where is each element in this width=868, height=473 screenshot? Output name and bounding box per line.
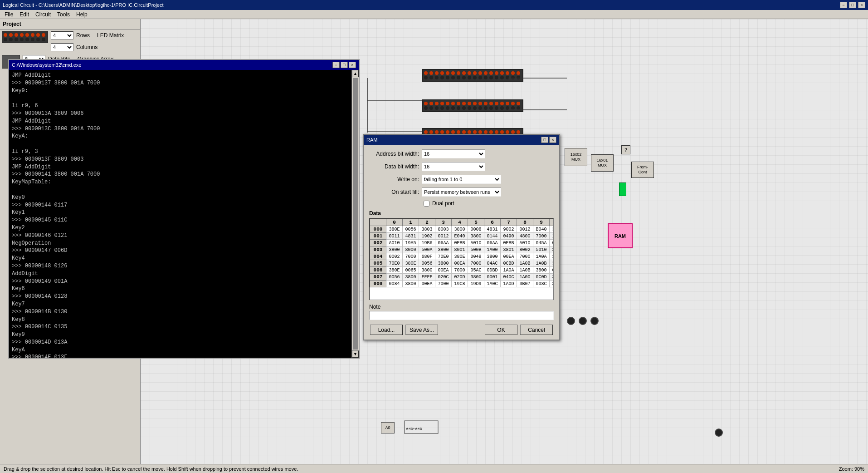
data-cell[interactable]: 0056 <box>386 274 403 281</box>
data-cell[interactable]: E040 <box>452 233 468 240</box>
data-cell[interactable]: 380E <box>386 226 403 233</box>
data-cell[interactable]: 045A <box>533 240 550 246</box>
data-cell[interactable]: 0002 <box>386 253 403 260</box>
ram-canvas-component[interactable]: RAM <box>608 223 633 248</box>
data-cell[interactable]: 0EBB <box>501 240 517 246</box>
cols-select[interactable]: 48 <box>51 43 73 51</box>
data-cell[interactable]: 1A00 <box>484 246 501 253</box>
data-cell[interactable]: 0DBD <box>484 267 501 274</box>
data-cell[interactable]: 1902 <box>419 233 435 240</box>
data-bit-width-select[interactable]: 16832 <box>422 162 485 171</box>
on-start-fill-select[interactable]: Persist memory between runs Clear on sta… <box>422 187 501 197</box>
cmd-minimize[interactable]: − <box>332 62 340 68</box>
cmd-scroll-down[interactable]: ▼ <box>352 350 359 358</box>
data-cell[interactable]: 380E <box>452 253 468 260</box>
data-cell[interactable]: 19B6 <box>419 240 435 246</box>
menu-circuit[interactable]: Circuit <box>33 10 54 19</box>
component-circle3[interactable] <box>590 317 599 325</box>
cmd-close[interactable]: × <box>349 62 356 68</box>
menu-help[interactable]: Help <box>73 10 90 19</box>
data-cell[interactable]: 3809 <box>550 226 554 233</box>
data-cell[interactable]: 0084 <box>386 281 403 287</box>
data-cell[interactable]: 4831 <box>403 233 419 240</box>
data-cell[interactable]: 00EA <box>452 260 468 267</box>
close-button[interactable]: × <box>858 2 865 8</box>
data-cell[interactable]: 0490 <box>501 233 517 240</box>
dual-port-label[interactable]: Dual port <box>432 200 454 207</box>
data-cell[interactable]: 500A <box>419 246 435 253</box>
data-cell[interactable]: 1A0B <box>550 253 554 260</box>
component-square1[interactable] <box>715 429 723 437</box>
green-component[interactable] <box>619 182 626 196</box>
from-cont-component[interactable]: From-Cont <box>631 162 654 178</box>
cmd-scrollbar[interactable]: ▲ ▼ <box>351 70 359 358</box>
data-cell[interactable]: 0049 <box>468 253 484 260</box>
data-cell[interactable]: 0056 <box>403 226 419 233</box>
data-cell[interactable]: 0C0D <box>533 274 550 281</box>
data-cell[interactable]: 020C <box>435 274 452 281</box>
ram-minimize[interactable]: □ <box>541 137 548 143</box>
ram-close[interactable]: × <box>549 137 556 143</box>
data-cell[interactable]: 020D <box>452 274 468 281</box>
data-cell[interactable]: 0001 <box>484 274 501 281</box>
data-cell[interactable]: 8001 <box>452 246 468 253</box>
data-cell[interactable]: 1A0A <box>501 267 517 274</box>
data-cell[interactable]: 19A5 <box>403 240 419 246</box>
data-cell[interactable]: 680F <box>419 253 435 260</box>
data-cell[interactable]: 380E <box>386 267 403 274</box>
data-cell[interactable]: 0056 <box>419 260 435 267</box>
data-cell[interactable]: 008C <box>533 281 550 287</box>
data-cell[interactable]: 1A0B <box>517 260 533 267</box>
data-cell[interactable]: 04AC <box>484 260 501 267</box>
data-cell[interactable]: 1A0B <box>517 267 533 274</box>
data-cell[interactable]: 0012 <box>517 226 533 233</box>
data-cell[interactable]: B040 <box>533 226 550 233</box>
data-cell[interactable]: 3800 <box>468 274 484 281</box>
data-cell[interactable]: 3B07 <box>517 281 533 287</box>
data-cell[interactable]: 00EA <box>419 281 435 287</box>
data-cell[interactable]: 3800 <box>484 253 501 260</box>
data-cell[interactable]: 3800 <box>403 281 419 287</box>
component-circle2[interactable] <box>579 317 587 325</box>
address-bit-width-select[interactable]: 16832 <box>422 149 485 158</box>
data-cell[interactable]: 3801 <box>501 246 517 253</box>
write-on-select[interactable]: falling from 1 to 0 rising from 0 to 1 <box>422 175 501 184</box>
data-cell[interactable]: 0065 <box>403 267 419 274</box>
data-cell[interactable]: 0008 <box>468 226 484 233</box>
a0-component[interactable]: A0 <box>381 422 395 434</box>
data-cell[interactable]: 19C8 <box>452 281 468 287</box>
data-cell[interactable]: 7000 <box>435 281 452 287</box>
data-cell[interactable]: 19A7 <box>550 233 554 240</box>
data-cell[interactable]: 3800 <box>386 246 403 253</box>
data-cell[interactable]: 06AA <box>484 240 501 246</box>
ok-button[interactable]: OK <box>485 325 517 335</box>
minimize-button[interactable]: − <box>840 2 847 8</box>
data-cell[interactable]: 3800 <box>533 267 550 274</box>
data-cell[interactable]: 3800 <box>550 246 554 253</box>
save-as-button[interactable]: Save As... <box>405 325 438 335</box>
load-button[interactable]: Load... <box>370 325 403 335</box>
data-cell[interactable]: 0012 <box>435 233 452 240</box>
menu-tools[interactable]: Tools <box>54 10 73 19</box>
rows-select[interactable]: 48 <box>51 31 73 39</box>
data-cell[interactable]: 7000 <box>452 267 468 274</box>
data-cell[interactable]: 500B <box>468 246 484 253</box>
data-cell[interactable]: 3800 <box>403 274 419 281</box>
component-circle1[interactable] <box>567 317 575 325</box>
data-cell[interactable]: 00EA <box>435 267 452 274</box>
data-cell[interactable]: 05AC <box>468 267 484 274</box>
data-cell[interactable]: 0EBB <box>452 240 468 246</box>
data-cell[interactable]: 040C <box>501 274 517 281</box>
data-cell[interactable]: FFFF <box>419 274 435 281</box>
data-cell[interactable]: 9002 <box>501 226 517 233</box>
data-cell[interactable]: 0011 <box>386 233 403 240</box>
data-cell[interactable]: 19D9 <box>468 281 484 287</box>
menu-file[interactable]: File <box>2 10 16 19</box>
data-cell[interactable]: 3800 <box>435 246 452 253</box>
mux2-component[interactable]: 16x01MUX <box>591 154 614 172</box>
data-cell[interactable]: 0C6B <box>550 240 554 246</box>
cancel-button[interactable]: Cancel <box>520 325 553 335</box>
data-table-container[interactable]: 0 1 2 3 4 5 6 7 8 9 A B C <box>369 218 554 300</box>
data-cell[interactable]: 3800 <box>452 226 468 233</box>
mux1-component[interactable]: 16x02MUX <box>565 148 587 166</box>
